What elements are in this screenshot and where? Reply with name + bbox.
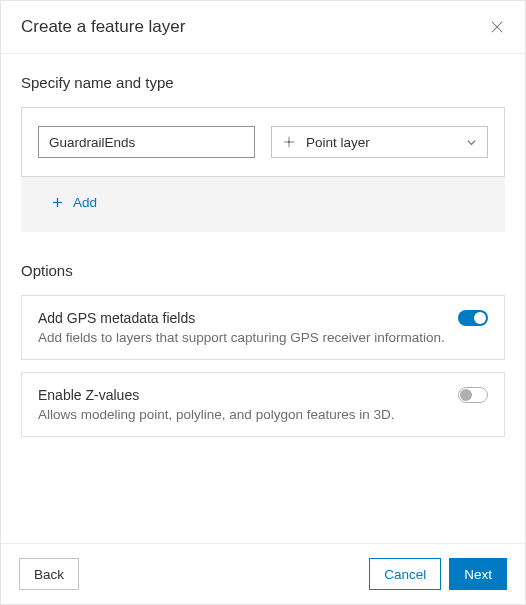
dialog-body: Specify name and type Point layer bbox=[1, 54, 525, 543]
layer-name-input[interactable] bbox=[38, 126, 255, 158]
close-icon[interactable] bbox=[489, 19, 505, 35]
option-zvalues: Enable Z-values Allows modeling point, p… bbox=[21, 372, 505, 437]
option-zvalues-toggle[interactable] bbox=[458, 387, 488, 403]
chevron-down-icon bbox=[465, 136, 477, 148]
option-gps-title: Add GPS metadata fields bbox=[38, 310, 488, 326]
toggle-knob bbox=[474, 312, 486, 324]
footer-right: Cancel Next bbox=[369, 558, 507, 590]
point-layer-icon bbox=[282, 135, 296, 149]
section-title-name-type: Specify name and type bbox=[21, 74, 505, 91]
option-zvalues-desc: Allows modeling point, polyline, and pol… bbox=[38, 407, 458, 422]
dialog-title: Create a feature layer bbox=[21, 17, 185, 37]
dialog-footer: Back Cancel Next bbox=[1, 543, 525, 604]
layer-type-label: Point layer bbox=[306, 135, 465, 150]
option-zvalues-title: Enable Z-values bbox=[38, 387, 488, 403]
option-gps: Add GPS metadata fields Add fields to la… bbox=[21, 295, 505, 360]
option-gps-desc: Add fields to layers that support captur… bbox=[38, 330, 458, 345]
option-gps-toggle[interactable] bbox=[458, 310, 488, 326]
name-type-row: Point layer bbox=[21, 107, 505, 177]
next-button[interactable]: Next bbox=[449, 558, 507, 590]
add-layer-label: Add bbox=[73, 195, 97, 210]
cancel-button[interactable]: Cancel bbox=[369, 558, 441, 590]
dialog-header: Create a feature layer bbox=[1, 1, 525, 54]
toggle-knob bbox=[460, 389, 472, 401]
svg-point-6 bbox=[288, 141, 290, 143]
name-type-group: Point layer Add bbox=[21, 107, 505, 232]
section-title-options: Options bbox=[21, 262, 505, 279]
layer-type-select[interactable]: Point layer bbox=[271, 126, 488, 158]
add-layer-button[interactable]: Add bbox=[21, 177, 505, 210]
plus-icon bbox=[51, 197, 63, 209]
back-button[interactable]: Back bbox=[19, 558, 79, 590]
